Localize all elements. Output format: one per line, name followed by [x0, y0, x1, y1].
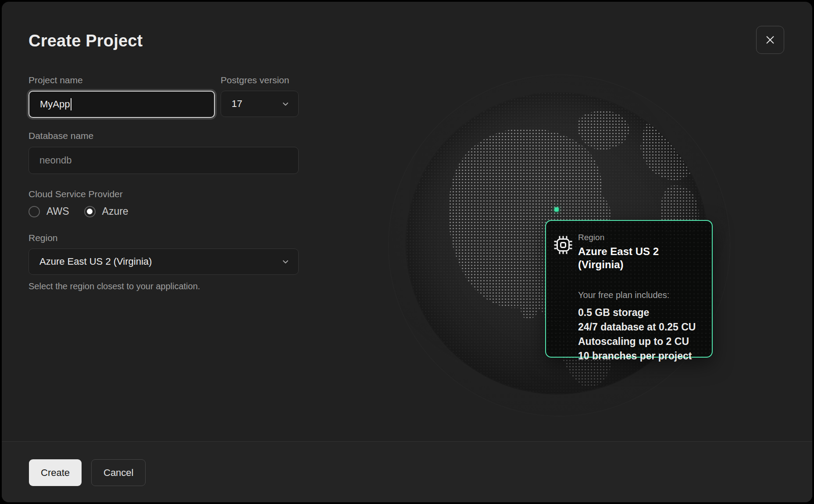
radio-selected-dot: [87, 209, 93, 214]
radio-label-aws: AWS: [46, 206, 69, 217]
postgres-version-select[interactable]: 17: [221, 91, 299, 117]
plan-feature-list: 0.5 GB storage 24/7 database at 0.25 CU …: [578, 305, 705, 363]
region-card-text: Region Azure East US 2 (Virginia) Your f…: [578, 232, 705, 363]
dialog-footer: Create Cancel: [2, 441, 812, 502]
dialog-title: Create Project: [29, 32, 143, 50]
postgres-version-label: Postgres version: [221, 75, 299, 85]
cloud-provider-label: Cloud Service Provider: [29, 189, 299, 199]
region-tooltip-card: Region Azure East US 2 (Virginia) Your f…: [545, 220, 713, 358]
create-project-dialog: Create Project Project name MyApp Postgr…: [2, 2, 812, 502]
create-project-form: Project name MyApp Postgres version 17 D: [29, 75, 299, 291]
cancel-button[interactable]: Cancel: [91, 459, 146, 486]
region-marker-dot: [554, 207, 559, 212]
region-card-name: Azure East US 2 (Virginia): [578, 245, 705, 271]
database-name-input[interactable]: [39, 147, 288, 174]
chevron-down-icon: [282, 100, 289, 108]
radio-option-azure[interactable]: Azure: [84, 206, 129, 217]
plan-feature: Autoscaling up to 2 CU: [578, 334, 705, 349]
plan-feature: 0.5 GB storage: [578, 305, 705, 320]
chip-icon: [553, 235, 573, 255]
project-name-input[interactable]: MyApp: [29, 91, 215, 118]
close-icon: [764, 34, 776, 46]
project-name-value: MyApp: [40, 99, 70, 110]
page-background: Create Project Project name MyApp Postgr…: [0, 0, 814, 504]
region-helper-text: Select the region closest to your applic…: [29, 281, 299, 291]
region-label: Region: [29, 233, 299, 243]
region-select[interactable]: Azure East US 2 (Virginia): [29, 248, 299, 275]
text-caret: [71, 98, 71, 110]
project-name-label: Project name: [29, 75, 215, 85]
plan-feature: 24/7 database at 0.25 CU: [578, 320, 705, 334]
create-button[interactable]: Create: [29, 459, 82, 486]
radio-circle-selected: [84, 206, 96, 217]
radio-circle-unselected: [29, 206, 40, 217]
radio-label-azure: Azure: [102, 206, 129, 217]
cloud-provider-radio-group: AWS Azure: [29, 206, 299, 217]
postgres-version-value: 17: [232, 98, 242, 110]
radio-option-aws[interactable]: AWS: [29, 206, 69, 217]
database-name-label: Database name: [29, 131, 299, 141]
database-name-field: [29, 147, 299, 174]
region-select-value: Azure East US 2 (Virginia): [39, 256, 152, 267]
plan-feature: 10 branches per project: [578, 349, 705, 363]
region-card-heading: Region: [578, 232, 705, 243]
plan-intro-text: Your free plan includes:: [578, 290, 705, 300]
close-button[interactable]: [756, 26, 784, 54]
chevron-down-icon: [282, 258, 289, 266]
